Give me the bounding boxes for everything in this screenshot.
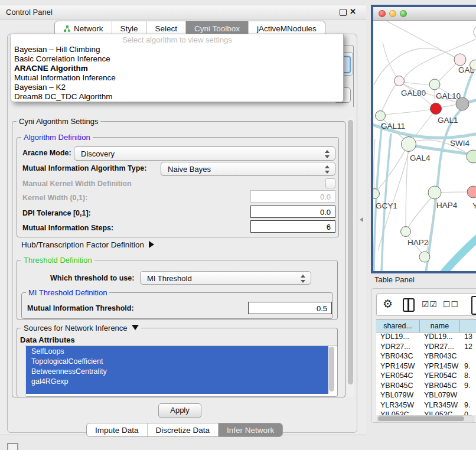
cell: 9. <box>460 401 476 411</box>
node-label: HAP2 <box>407 238 428 247</box>
node-gal[interactable] <box>454 54 466 66</box>
dpi-tolerance-field[interactable]: 0.0 <box>250 206 335 218</box>
column-header-shared[interactable]: shared... <box>376 320 420 332</box>
which-threshold-combo[interactable]: MI Threshold <box>140 271 311 285</box>
cell: YDR27... <box>420 343 460 353</box>
tab-impute-data-label: Impute Data <box>95 426 139 435</box>
node-gal11[interactable] <box>376 111 386 121</box>
control-panel-titlebar[interactable]: Control Panel ✕ <box>0 5 366 19</box>
settings-scrollbar-thumb[interactable] <box>348 120 353 384</box>
mi-algorithm-type-label: Mutual Information Algorithm Type: <box>22 164 146 172</box>
network-titlebar[interactable] <box>373 7 476 21</box>
list-scrollbar-thumb[interactable] <box>329 347 334 392</box>
cyni-mode-tabs: Impute Data Discretize Data Infer Networ… <box>86 423 283 437</box>
node-hap4[interactable] <box>428 186 441 199</box>
table-row[interactable]: YBR043C YBR043C <box>376 352 476 362</box>
table-body: YDL19... YDL19... 13 YDR27... YDR27... 1… <box>376 332 476 415</box>
dropdown-prompt: Select algorithm to view settings <box>11 35 343 44</box>
close-traffic-light[interactable] <box>379 10 386 17</box>
kernel-width-field[interactable]: 0.0 <box>250 190 335 203</box>
table-hscrollbar-thumb[interactable] <box>378 416 464 421</box>
node[interactable] <box>419 252 430 262</box>
list-item[interactable]: SelfLoops <box>31 347 64 356</box>
hub-section-header[interactable]: Hub/Transcription Factor Definition <box>21 240 154 249</box>
node-gal4[interactable] <box>402 137 416 152</box>
combo-stepper-icon <box>324 165 330 174</box>
node-gal1-red[interactable] <box>431 103 442 115</box>
list-item[interactable]: BetweennessCentrality <box>31 367 107 376</box>
node-hap2[interactable] <box>401 227 411 237</box>
network-canvas[interactable]: GAL GAL80 GAL10 GAL1 GAL11 SWI4 GAL4 GCY… <box>373 20 476 271</box>
tab-discretize-data[interactable]: Discretize Data <box>147 423 219 436</box>
form-icon[interactable] <box>471 296 476 315</box>
gear-icon[interactable]: ⚙ <box>383 297 393 311</box>
mi-threshold-field[interactable]: 0.5 <box>248 302 332 314</box>
expand-right-icon <box>149 241 154 248</box>
list-item[interactable]: gal4RGexp <box>31 377 69 386</box>
dropdown-item[interactable]: Mutual Information Inference <box>14 73 116 82</box>
columns-icon[interactable] <box>403 298 415 312</box>
cyni-algorithm-settings-title: Cyni Algorithm Settings <box>17 117 100 126</box>
node-gcy1[interactable] <box>373 189 380 199</box>
tab-cyni-toolbox-label: Cyni Toolbox <box>194 24 240 33</box>
tab-infer-network[interactable]: Infer Network <box>218 423 282 436</box>
aracne-mode-label: Aracne Mode: <box>22 149 71 157</box>
combo-stepper-icon <box>324 150 330 158</box>
tab-impute-data[interactable]: Impute Data <box>87 423 147 436</box>
node-gal80[interactable] <box>395 76 405 86</box>
dropdown-item-aracne[interactable]: ARACNE Algorithm <box>14 64 88 73</box>
table-toolbar: ⚙ ☑☑ ☐☐ <box>376 294 476 316</box>
tab-discretize-data-label: Discretize Data <box>156 426 210 435</box>
apply-button[interactable]: Apply <box>158 403 201 418</box>
hub-section-label: Hub/Transcription Factor Definition <box>21 240 144 249</box>
settings-scrollbar[interactable] <box>347 117 354 397</box>
mi-steps-field[interactable]: 6 <box>250 220 335 233</box>
table-row[interactable]: YIL052C YIL052C 0. <box>376 410 476 415</box>
cell: YBR045C <box>420 381 460 392</box>
splitpane-divider-handle[interactable] <box>360 217 363 222</box>
deselect-all-icon[interactable]: ☐☐ <box>443 299 459 309</box>
table-horizontal-scrollbar[interactable] <box>377 415 474 423</box>
node-label: GAL1 <box>438 116 458 125</box>
table-row[interactable]: YBL079W YBL079W <box>376 391 476 401</box>
float-window-icon[interactable] <box>340 9 347 16</box>
tab-select-label: Select <box>155 24 178 33</box>
manual-kernel-width-label: Manual Kernel Width Definition <box>22 180 132 188</box>
screen: Control Panel ✕ Network Style Select Cyn… <box>0 0 476 450</box>
table-row[interactable]: YLR345W YLR345W 9. <box>376 401 476 411</box>
dropdown-item[interactable]: Bayesian – Hill Climbing <box>14 45 100 54</box>
docked-panel-icon[interactable] <box>7 443 18 450</box>
aracne-mode-combo[interactable]: Discovery <box>74 146 335 161</box>
manual-kernel-width-checkbox[interactable] <box>325 178 335 188</box>
select-all-icon[interactable]: ☑☑ <box>422 299 438 309</box>
table-row[interactable]: YER054C YER054C 8. <box>376 371 476 381</box>
cell: 8. <box>460 371 476 381</box>
dropdown-item[interactable]: Basic Correlation Inference <box>14 54 110 63</box>
dropdown-item[interactable]: Bayesian – K2 <box>14 83 66 92</box>
node[interactable] <box>474 25 476 38</box>
sources-header[interactable]: Sources for Network Inference <box>21 324 141 332</box>
control-panel-title: Control Panel <box>6 8 53 17</box>
tab-jactivemnodules-label: jActiveMNodules <box>257 24 317 33</box>
node-gal10[interactable] <box>429 79 440 90</box>
cell: 9. <box>460 381 476 392</box>
node-salmon[interactable] <box>467 186 476 198</box>
column-header-clipped[interactable] <box>460 320 476 332</box>
cell: YDL19... <box>420 332 460 343</box>
cell: YER054C <box>420 371 460 381</box>
dropdown-item[interactable]: Dream8 DC_TDC Algorithm <box>14 92 113 101</box>
table-row[interactable]: YDL19... YDL19... 13 <box>376 332 476 343</box>
node-swi4[interactable] <box>467 150 476 163</box>
aracne-mode-value: Discovery <box>81 149 115 158</box>
column-header-name[interactable]: name <box>420 320 460 332</box>
close-icon[interactable]: ✕ <box>350 7 356 16</box>
zoom-traffic-light[interactable] <box>400 10 407 17</box>
cell: YER054C <box>376 371 420 381</box>
table-row[interactable]: YPR145W YPR145W 9. <box>376 362 476 372</box>
mi-algorithm-type-combo[interactable]: Naive Bayes <box>161 162 335 176</box>
table-row[interactable]: YDR27... YDR27... 12 <box>376 343 476 353</box>
list-item[interactable]: TopologicalCoefficient <box>31 357 103 366</box>
table-row[interactable]: YBR045C YBR045C 9. <box>376 381 476 392</box>
cell: YBR043C <box>420 352 460 362</box>
minimize-traffic-light[interactable] <box>389 10 396 17</box>
